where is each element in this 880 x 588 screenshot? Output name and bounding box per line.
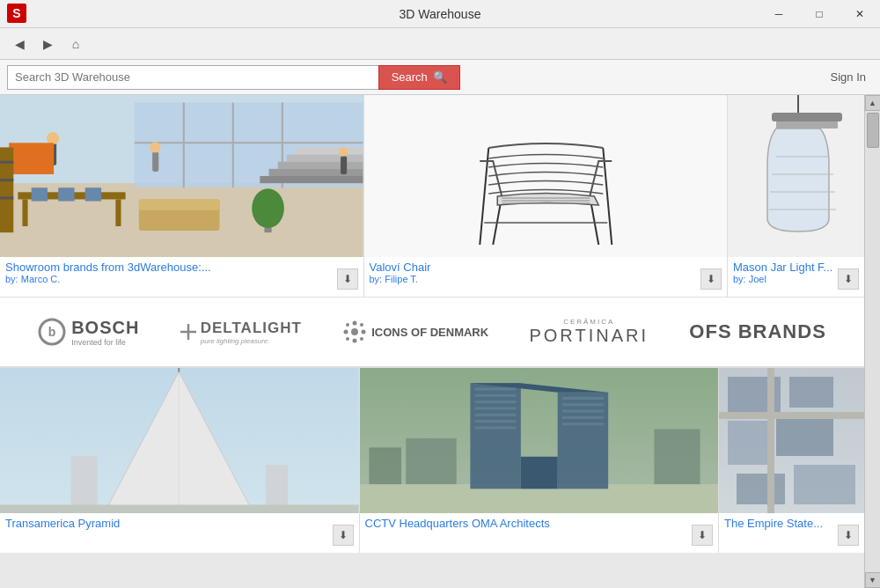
svg-rect-35 [374,95,717,258]
arch-card-1[interactable]: CCTV Headquarters OMA Architects ⬇ [360,368,720,553]
search-bar: Search 🔍 Sign In [0,60,880,95]
svg-rect-102 [767,368,774,513]
portinari-logo: CERÂMICA PORTINARI [529,318,649,346]
home-button[interactable]: ⌂ [63,32,88,56]
scroll-up-button[interactable]: ▲ [865,95,881,111]
svg-point-15 [47,132,59,144]
arch-card-0[interactable]: Transamerica Pyramid ⬇ [0,368,360,553]
model-card-1[interactable]: Valoví Chair by: Filipe T. ⬇ [364,95,729,297]
forward-button[interactable]: ▶ [35,32,60,56]
svg-point-19 [339,147,348,156]
svg-rect-70 [70,456,97,509]
svg-rect-25 [58,187,74,201]
model-author-0: by: Marco C. [5,274,358,284]
svg-rect-10 [287,155,363,162]
scroll-thumb[interactable] [867,113,879,148]
model-footer-0: Showroom brands from 3dWarehouse:... by:… [0,257,363,297]
svg-rect-79 [474,387,516,390]
deltalight-name: DELTALIGHT [201,320,302,337]
model-card-2[interactable]: Mason Jar Light F... by: Joel ⬇ [728,95,864,297]
svg-rect-72 [0,504,359,513]
minimize-button[interactable]: ─ [759,0,799,28]
window-controls: ─ □ ✕ [759,0,880,28]
brand-icons-denmark[interactable]: ICONS OF DENMARK [342,320,488,344]
model-card-0[interactable]: Showroom brands from 3dWarehouse:... by:… [0,95,364,297]
arch-card-2[interactable]: The Empire State... ⬇ [719,368,864,553]
svg-rect-96 [789,377,833,408]
search-button[interactable]: Search 🔍 [378,65,460,90]
brand-ofs[interactable]: OFS BRANDS [689,320,825,343]
svg-rect-11 [278,162,363,169]
svg-rect-92 [654,429,700,484]
deltalight-sub: pure lighting pleasure. [201,337,302,345]
svg-rect-45 [772,113,842,121]
svg-rect-28 [139,199,220,209]
brand-portinari[interactable]: CERÂMICA PORTINARI [529,318,649,346]
svg-rect-93 [369,447,401,484]
icons-denmark-name: ICONS OF DENMARK [371,326,488,339]
search-input[interactable] [7,65,378,90]
svg-rect-101 [719,412,864,419]
download-button-0[interactable]: ⬇ [337,268,358,290]
svg-rect-100 [794,465,855,504]
svg-text:b: b [48,325,56,339]
svg-rect-9 [296,147,363,154]
arch-title-1: CCTV Headquarters OMA Architects [365,517,714,530]
svg-rect-86 [561,397,603,400]
svg-rect-84 [474,420,516,423]
svg-rect-26 [85,187,101,201]
download-button-1[interactable]: ⬇ [700,268,722,290]
brand-deltalight[interactable]: DELTALIGHT pure lighting pleasure. [180,320,302,345]
sign-in-button[interactable]: Sign In [824,67,873,87]
maximize-button[interactable]: □ [799,0,840,28]
svg-rect-31 [0,147,13,232]
svg-rect-90 [561,423,603,425]
close-button[interactable]: ✕ [840,0,880,28]
svg-point-58 [353,339,357,343]
model-title-0: Showroom brands from 3dWarehouse:... [5,261,358,274]
svg-rect-32 [0,161,13,164]
model-author-1: by: Filipe T. [370,274,722,284]
svg-rect-22 [22,199,27,226]
svg-point-59 [344,330,348,334]
svg-rect-12 [269,169,363,176]
arch-download-2[interactable]: ⬇ [838,525,859,546]
model-title-1: Valoví Chair [370,261,722,274]
search-button-label: Search [392,70,428,84]
svg-rect-76 [557,393,607,489]
svg-rect-88 [561,409,603,412]
svg-rect-18 [341,157,347,174]
svg-rect-20 [9,143,54,174]
svg-rect-24 [32,187,48,201]
arch-footer-1: CCTV Headquarters OMA Architects ⬇ [360,513,719,553]
arch-footer-0: Transamerica Pyramid ⬇ [0,513,359,553]
models-row: Showroom brands from 3dWarehouse:... by:… [0,95,864,298]
svg-rect-97 [728,421,767,465]
download-button-2[interactable]: ⬇ [838,268,859,290]
arch-visual-1 [360,368,719,513]
bosch-name: BOSCH [71,318,139,338]
svg-point-62 [360,323,363,327]
svg-point-57 [353,321,357,326]
back-button[interactable]: ◀ [7,32,32,56]
svg-rect-81 [474,401,516,403]
svg-rect-99 [737,474,785,504]
svg-rect-75 [470,383,520,489]
icons-denmark-logo: ICONS OF DENMARK [342,320,488,344]
svg-point-63 [346,337,349,341]
svg-point-56 [351,328,358,335]
svg-rect-33 [0,179,13,181]
arch-download-0[interactable]: ⬇ [333,525,354,546]
svg-rect-83 [474,414,516,416]
arch-visual-2 [719,368,864,513]
portinari-prefix: CERÂMICA [529,318,649,326]
svg-rect-91 [406,438,456,484]
app-logo: S [7,4,26,23]
portinari-name: PORTINARI [529,326,649,346]
scroll-down-button[interactable]: ▼ [865,572,881,588]
arch-download-1[interactable]: ⬇ [692,525,713,546]
bosch-sub: Invented for life [71,338,139,347]
arch-footer-2: The Empire State... ⬇ [719,513,864,553]
brand-bosch[interactable]: b BOSCH Invented for life [38,318,139,347]
svg-point-64 [360,337,363,341]
